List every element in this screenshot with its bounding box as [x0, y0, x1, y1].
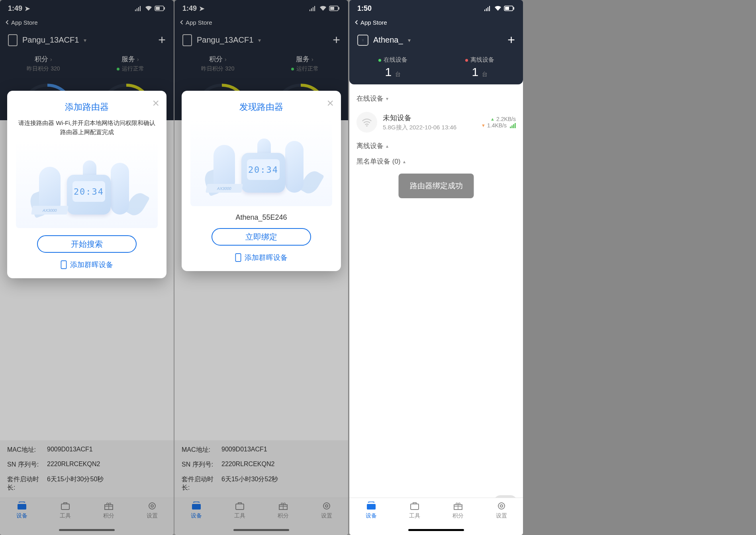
points-stat[interactable]: 积分 › 昨日积分 320	[0, 55, 87, 72]
device-meta: 5.8G接入 2022-10-06 13:46	[383, 124, 476, 131]
bind-button[interactable]: 立即绑定	[212, 228, 311, 246]
gift-icon	[278, 501, 289, 511]
router-illustration: 20:34 AX3000	[16, 141, 158, 228]
add-button[interactable]: +	[333, 33, 340, 47]
section-offline[interactable]: 离线设备▴	[349, 138, 523, 154]
svg-rect-14	[330, 7, 334, 10]
signal-bars-icon	[510, 123, 516, 128]
gift-icon	[103, 501, 114, 511]
close-icon[interactable]: ×	[152, 96, 159, 110]
phone-icon	[235, 253, 241, 262]
svg-point-24	[323, 503, 330, 509]
svg-rect-27	[505, 7, 509, 10]
online-stat[interactable]: 在线设备 1 台	[349, 56, 436, 79]
chevron-down-icon: ▾	[386, 96, 388, 102]
device-icon	[16, 501, 27, 511]
add-router-modal: × 添加路由器 请连接路由器 Wi-Fi,并开启本地网络访问权限和确认路由器上网…	[7, 91, 166, 278]
svg-point-29	[366, 125, 368, 127]
svg-point-36	[500, 505, 503, 507]
service-stat[interactable]: 服务 › 运行正常	[261, 55, 348, 72]
tab-settings[interactable]: 设置	[130, 501, 174, 535]
arrow-down-icon: ▼	[481, 123, 486, 128]
location-icon: ➤	[199, 5, 204, 12]
svg-rect-15	[339, 7, 339, 10]
svg-point-25	[325, 505, 328, 507]
device-info: MAC地址:9009D013ACF1 SN 序列号:2220RLRCEKQN2 …	[174, 440, 348, 498]
tab-settings[interactable]: 设置	[305, 501, 348, 535]
tab-device[interactable]: 设备	[349, 501, 393, 535]
wifi-device-icon	[356, 112, 377, 133]
add-synology-link[interactable]: 添加群晖设备	[190, 253, 332, 262]
start-search-button[interactable]: 开始搜索	[37, 235, 137, 253]
svg-rect-20	[235, 254, 241, 262]
status-bar: 1:49➤	[174, 0, 348, 17]
device-info: MAC地址:9009D013ACF1 SN 序列号:2220RLRCEKQN2 …	[0, 440, 174, 498]
svg-rect-33	[411, 504, 419, 510]
device-list-item[interactable]: 未知设备 5.8G接入 2022-10-06 13:46 ▲2.2KB/s ▼1…	[349, 106, 523, 138]
device-speed: ▲2.2KB/s ▼1.4KB/s	[481, 116, 516, 129]
svg-rect-2	[164, 7, 165, 10]
tab-settings[interactable]: 设置	[480, 501, 523, 535]
chevron-right-icon: ›	[50, 56, 52, 62]
router-illustration: 20:34 AX3000	[190, 119, 332, 206]
time-label: 1:50	[357, 4, 372, 13]
gear-icon	[496, 501, 507, 511]
appstore-back-link[interactable]: App Store	[0, 17, 174, 28]
svg-rect-22	[236, 504, 244, 510]
tab-device[interactable]: 设备	[0, 501, 43, 535]
status-icons	[484, 6, 515, 11]
tab-bar: 设备 工具 积分 设置	[0, 498, 174, 535]
svg-rect-28	[513, 7, 514, 10]
offline-stat[interactable]: 离线设备 1 台	[436, 56, 523, 79]
section-online[interactable]: 在线设备▾	[349, 91, 523, 106]
close-icon[interactable]: ×	[327, 96, 334, 110]
home-indicator[interactable]	[408, 529, 464, 531]
modal-subtitle: 请连接路由器 Wi-Fi,并开启本地网络访问权限和确认路由器上网配置完成	[16, 119, 158, 137]
chevron-down-icon: ▾	[408, 37, 411, 43]
tab-device[interactable]: 设备	[174, 501, 218, 535]
svg-rect-1	[156, 7, 160, 10]
status-bar: 1:49➤	[0, 0, 174, 17]
add-button[interactable]: +	[507, 33, 515, 47]
time-label: 1:49	[182, 4, 197, 13]
service-stat[interactable]: 服务 › 运行正常	[87, 55, 174, 72]
tab-bar: 设备 工具 积分 设置	[174, 498, 348, 535]
appstore-back-link[interactable]: App Store	[174, 17, 348, 28]
location-icon: ➤	[25, 5, 30, 12]
home-indicator[interactable]	[233, 529, 289, 531]
found-router-name: Athena_55E246	[190, 213, 332, 222]
section-blacklist[interactable]: 黑名单设备 (0)▴	[349, 154, 523, 169]
arrow-up-icon: ▲	[490, 117, 495, 121]
status-dot-icon	[291, 68, 294, 70]
tools-icon	[234, 501, 245, 511]
tab-bar: 设备 工具 积分 设置	[349, 498, 523, 535]
tools-icon	[409, 501, 420, 511]
phone-icon	[61, 260, 67, 269]
router-selector[interactable]: :: Athena_ ▾	[357, 35, 411, 46]
found-router-modal: × 发现路由器 20:34 AX3000 Athena_55E246 立即绑定 …	[182, 91, 341, 271]
points-stat[interactable]: 积分 › 昨日积分 320	[174, 55, 261, 72]
svg-point-35	[498, 503, 505, 509]
chevron-up-icon: ▴	[403, 159, 405, 164]
appstore-back-link[interactable]: App Store	[349, 17, 523, 28]
gear-icon	[321, 501, 332, 511]
router-selector[interactable]: Pangu_13ACF1 ▾	[182, 34, 261, 46]
chevron-down-icon: ▾	[84, 37, 86, 43]
router-icon	[182, 34, 192, 46]
status-bar: 1:50	[349, 0, 523, 17]
svg-point-12	[151, 505, 153, 507]
device-name: 未知设备	[383, 113, 476, 123]
router-icon	[8, 34, 18, 46]
gift-icon	[452, 501, 464, 511]
svg-rect-8	[18, 504, 26, 510]
router-selector[interactable]: Pangu_13ACF1 ▾	[8, 34, 86, 46]
add-synology-link[interactable]: 添加群晖设备	[16, 260, 158, 269]
home-indicator[interactable]	[59, 529, 115, 531]
chevron-right-icon: ›	[225, 56, 227, 62]
svg-rect-9	[61, 504, 69, 510]
svg-point-11	[149, 503, 155, 509]
add-button[interactable]: +	[158, 33, 166, 47]
chevron-right-icon: ›	[311, 56, 313, 62]
modal-title: 发现路由器	[190, 101, 332, 113]
success-toast: 路由器绑定成功	[399, 174, 474, 198]
